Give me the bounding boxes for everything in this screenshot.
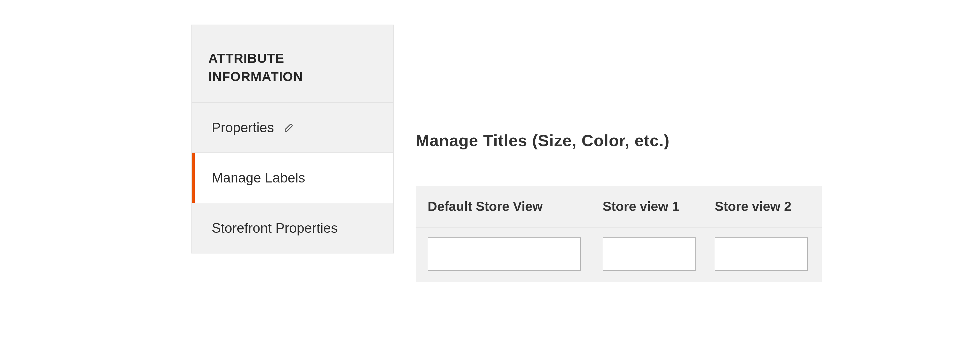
sidebar-item-storefront-properties[interactable]: Storefront Properties — [192, 203, 393, 253]
table-cell — [603, 238, 715, 271]
app-root: ATTRIBUTE INFORMATION Properties Manage … — [0, 0, 980, 342]
sidebar-item-manage-labels[interactable]: Manage Labels — [192, 153, 393, 203]
table-cell — [428, 238, 603, 271]
sidebar-item-label: Manage Labels — [212, 170, 305, 186]
page-title: Manage Titles (Size, Color, etc.) — [415, 131, 670, 150]
pencil-icon — [284, 122, 295, 133]
attribute-information-sidebar: ATTRIBUTE INFORMATION Properties Manage … — [191, 25, 394, 253]
table-header-default-store-view: Default Store View — [428, 199, 603, 214]
sidebar-title: ATTRIBUTE INFORMATION — [192, 25, 393, 103]
table-header-store-view-2: Store view 2 — [715, 199, 813, 214]
table-cell — [715, 238, 813, 271]
table-header-store-view-1: Store view 1 — [603, 199, 715, 214]
table-row — [415, 228, 822, 271]
sidebar-item-properties[interactable]: Properties — [192, 103, 393, 153]
sidebar-item-label: Properties — [212, 120, 274, 136]
sidebar-item-label: Storefront Properties — [212, 220, 338, 236]
title-input-store-view-1[interactable] — [603, 238, 695, 271]
title-input-store-view-2[interactable] — [715, 238, 808, 271]
table-header-row: Default Store View Store view 1 Store vi… — [415, 186, 822, 228]
title-input-default-store-view[interactable] — [428, 238, 581, 271]
titles-table: Default Store View Store view 1 Store vi… — [415, 186, 822, 282]
